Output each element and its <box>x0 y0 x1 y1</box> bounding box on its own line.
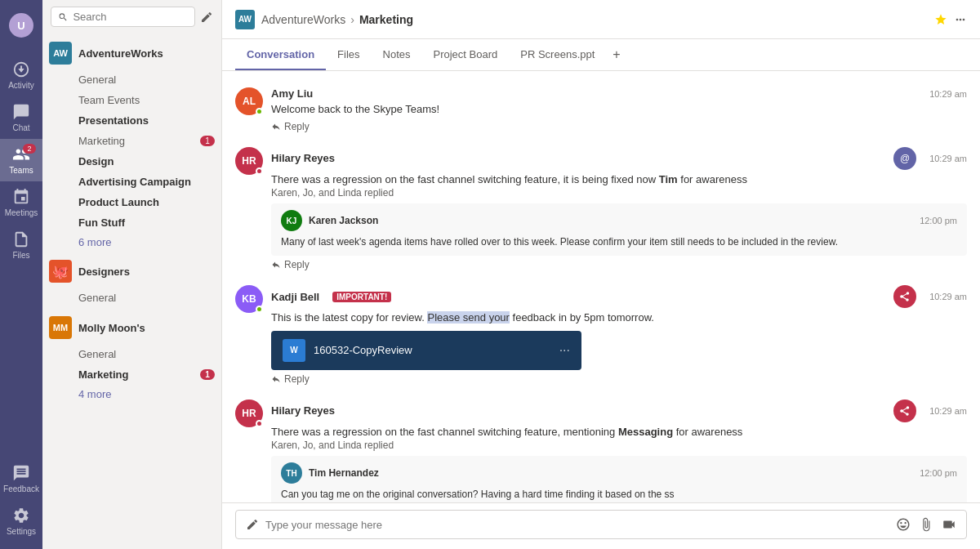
reply-button-2[interactable]: Reply <box>271 259 967 270</box>
sidebar-item-feedback[interactable]: Feedback <box>0 458 42 500</box>
settings-icon <box>12 507 30 524</box>
file-name: 160532-CopyReview <box>314 344 551 356</box>
tabs-bar: Conversation Files Notes Project Board P… <box>222 39 980 71</box>
status-dot <box>256 167 263 175</box>
msg-text-before-4: There was a regression on the fast chann… <box>271 426 618 438</box>
more-channels-molly[interactable]: 4 more <box>42 385 221 404</box>
channel-item-molly-general[interactable]: General <box>42 344 221 364</box>
reply-icon <box>271 374 281 384</box>
star-icon[interactable] <box>934 13 947 26</box>
status-dot <box>256 108 263 115</box>
nested-text-karen: Many of last week's agenda items have ro… <box>281 234 957 249</box>
reply-icon <box>271 260 281 270</box>
add-tab-button[interactable]: + <box>606 39 626 70</box>
nested-reply-4: TH Tim Hernandez 12:00 pm Can you tag me… <box>271 456 967 502</box>
tab-project-board[interactable]: Project Board <box>422 40 510 70</box>
team-header-designers[interactable]: 🐙 Designers <box>42 255 221 288</box>
sidebar-item-activity-label: Activity <box>8 81 34 90</box>
reply-button-3[interactable]: Reply <box>271 373 967 385</box>
message-header-1: Amy Liu 10:29 am <box>271 87 967 100</box>
channel-badge-marketing: 1 <box>200 136 215 146</box>
share-badge-3 <box>893 285 916 308</box>
tab-pr-screens-label: PR Screens.ppt <box>520 48 595 60</box>
sidebar-item-settings[interactable]: Settings <box>0 500 42 542</box>
channel-header-avatar: AW <box>235 10 255 29</box>
reply-label-1: Reply <box>284 121 310 132</box>
channel-item-marketing-aw[interactable]: Marketing 1 <box>42 131 221 151</box>
channel-name: Advertising Campaign <box>78 176 191 188</box>
channel-name: General <box>78 292 116 304</box>
tab-conversation[interactable]: Conversation <box>235 40 326 70</box>
sidebar-item-files[interactable]: Files <box>0 224 42 266</box>
channel-item-fun-stuff[interactable]: Fun Stuff <box>42 212 221 233</box>
user-avatar-button[interactable]: U <box>0 7 42 49</box>
status-dot <box>256 420 263 427</box>
message-header-2: Hilary Reyes @ 10:29 am <box>271 147 967 170</box>
team-group-adventureworks: AW AdventureWorks General Team Events Pr… <box>42 37 221 252</box>
feedback-icon <box>12 464 30 482</box>
channel-name: Fun Stuff <box>78 216 125 229</box>
search-input-container[interactable] <box>51 7 195 27</box>
compose-icon[interactable] <box>200 11 213 24</box>
avatar-initials: HR <box>242 408 256 419</box>
edit-format-icon[interactable] <box>246 518 259 531</box>
search-input[interactable] <box>73 11 188 23</box>
message-row-2: HR Hilary Reyes @ 10:29 am There was a r… <box>235 141 967 278</box>
video-icon[interactable] <box>942 517 956 532</box>
messages-area: AL Amy Liu 10:29 am Welcome back to the … <box>222 71 980 502</box>
message-input-box <box>235 510 967 539</box>
team-header-molly-moons[interactable]: MM Molly Moon's <box>42 311 221 344</box>
team-avatar-adventureworks: AW <box>49 42 72 65</box>
message-time-3: 10:29 am <box>929 292 967 301</box>
tab-conversation-label: Conversation <box>247 48 314 60</box>
replied-text-4: Karen, Jo, and Linda replied <box>271 440 967 451</box>
sidebar-item-chat[interactable]: Chat <box>0 96 42 139</box>
attach-icon[interactable] <box>919 517 933 532</box>
breadcrumb-team: AdventureWorks <box>261 13 345 26</box>
reply-label-2: Reply <box>284 259 310 270</box>
channel-item-teamevents[interactable]: Team Events <box>42 90 221 110</box>
file-menu-icon[interactable]: ··· <box>559 343 570 358</box>
channel-item-general[interactable]: General <box>42 69 221 90</box>
team-name-adventureworks: AdventureWorks <box>78 47 215 60</box>
message-row-4: HR Hilary Reyes 10:29 am There was a reg… <box>235 393 967 503</box>
channel-item-molly-marketing[interactable]: Marketing 1 <box>42 364 221 385</box>
channel-name: General <box>78 74 116 86</box>
activity-icon <box>12 60 30 78</box>
msg-text-before: There was a regression on the fast chann… <box>271 173 659 185</box>
channel-header: AW AdventureWorks › Marketing <box>222 0 980 39</box>
reply-icon <box>271 122 281 132</box>
team-group-molly-moons: MM Molly Moon's General Marketing 1 4 mo… <box>42 311 221 404</box>
avatar-hilary-reyes-2: HR <box>235 399 263 427</box>
channel-item-designers-general[interactable]: General <box>42 288 221 308</box>
tab-notes[interactable]: Notes <box>372 40 422 70</box>
channel-name: Design <box>78 155 114 167</box>
channel-item-design[interactable]: Design <box>42 151 221 172</box>
status-dot <box>256 306 263 313</box>
mention-badge-2: @ <box>893 147 916 170</box>
channel-item-advertising[interactable]: Advertising Campaign <box>42 172 221 192</box>
msg-text-after-3: feedback in by 5pm tomorrow. <box>510 311 654 324</box>
nested-author-karen: Karen Jackson <box>309 215 378 226</box>
team-header-adventureworks[interactable]: AW AdventureWorks <box>42 37 221 69</box>
sidebar-item-activity[interactable]: Activity <box>0 54 42 96</box>
sidebar-item-teams[interactable]: Teams 2 <box>0 139 42 181</box>
channel-item-presentations[interactable]: Presentations <box>42 110 221 131</box>
tab-files[interactable]: Files <box>326 40 371 70</box>
team-avatar-molly-moons: MM <box>49 316 72 339</box>
avatar-amy-liu: AL <box>235 87 263 115</box>
more-channels-aw[interactable]: 6 more <box>42 233 221 252</box>
share-badge-4 <box>893 399 916 422</box>
file-attachment-3[interactable]: W 160532-CopyReview ··· <box>271 331 581 370</box>
avatar-initials: KB <box>242 293 256 305</box>
important-badge: IMPORTANT! <box>332 292 391 302</box>
channel-item-product-launch[interactable]: Product Launch <box>42 192 221 212</box>
reply-button-1[interactable]: Reply <box>271 121 967 132</box>
message-text-input[interactable] <box>265 519 889 531</box>
meetings-icon <box>12 188 30 206</box>
emoji-icon[interactable] <box>896 517 911 532</box>
tab-pr-screens[interactable]: PR Screens.ppt <box>509 40 606 70</box>
message-content-1: Amy Liu 10:29 am Welcome back to the Sky… <box>271 87 967 132</box>
more-options-icon[interactable] <box>954 13 967 26</box>
sidebar-item-meetings[interactable]: Meetings <box>0 181 42 224</box>
